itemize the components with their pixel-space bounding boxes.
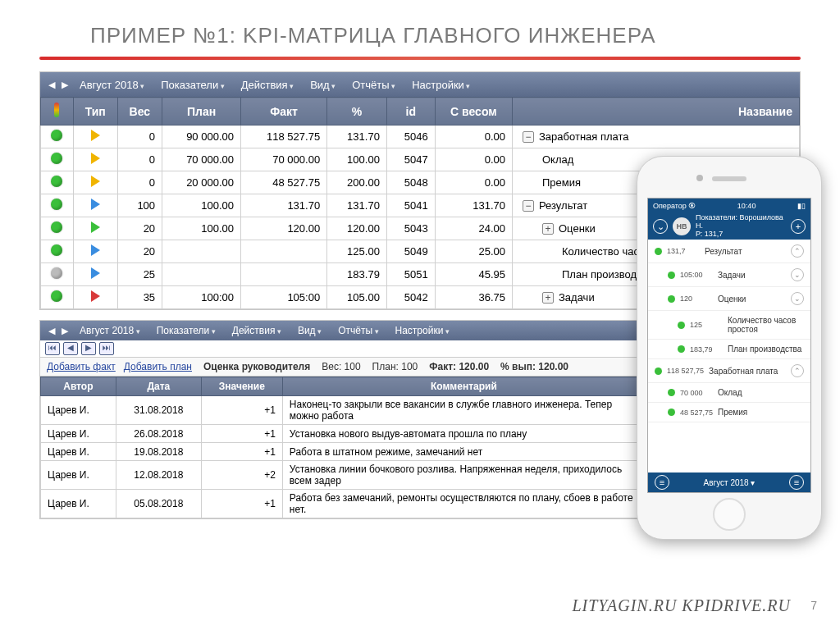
type-icon (91, 176, 100, 187)
menu-indicators[interactable]: Показатели (148, 325, 224, 336)
footer-period[interactable]: Август 2018 (704, 478, 749, 487)
home-button[interactable] (713, 498, 746, 531)
nav-prev-icon[interactable]: ◀ (63, 342, 78, 355)
col-header[interactable]: Тип (73, 98, 117, 126)
status-dot (668, 409, 675, 416)
operator-label: Оператор (653, 202, 687, 210)
nav-last-icon[interactable]: ⏭ (99, 342, 114, 355)
prev-period-button[interactable]: ◀ (45, 80, 58, 90)
list-item[interactable]: 125Количество часов простоя (648, 311, 810, 340)
menu-actions[interactable]: Действия (224, 325, 290, 336)
footer-left-button[interactable]: ≡ (655, 475, 669, 490)
back-button[interactable]: ⌄ (653, 219, 668, 234)
add-button[interactable]: + (791, 219, 806, 234)
status-dot (678, 322, 685, 329)
table-row[interactable]: Царев И.12.08.2018+2Установка линии бочк… (41, 461, 646, 490)
col-header[interactable]: id (386, 98, 435, 126)
detail-title: Оценка руководителя (203, 361, 310, 372)
item-name: Результат (705, 247, 786, 256)
chevron-up-icon[interactable]: ⌃ (791, 244, 804, 258)
pct-label: % вып: (500, 361, 536, 372)
col-header[interactable]: План (162, 98, 241, 126)
next-period-button[interactable]: ▶ (58, 326, 71, 336)
item-value: 183,79 (690, 345, 723, 354)
menu-view[interactable]: Вид (290, 325, 330, 336)
item-name: Оклад (718, 388, 804, 397)
col-header[interactable]: Дата (116, 377, 201, 396)
status-dot (51, 267, 62, 279)
col-header[interactable]: Название (513, 98, 800, 126)
col-header[interactable]: Автор (41, 377, 116, 396)
expand-icon[interactable]: + (542, 292, 554, 304)
menu-reports[interactable]: Отчёты (344, 79, 404, 91)
period-dropdown[interactable]: Август 2018 (71, 325, 148, 336)
phone-statusbar: Оператор ⦿ 10:40 ▮▯ (648, 199, 810, 213)
menu-indicators[interactable]: Показатели (153, 79, 233, 91)
detail-summary: Добавить факт Добавить план Оценка руков… (40, 358, 646, 377)
col-header[interactable]: % (327, 98, 387, 126)
plan-value: 100 (401, 361, 418, 372)
table-row[interactable]: Царев И.26.08.2018+1Установка нового выд… (41, 425, 646, 443)
col-header[interactable]: Факт (240, 98, 326, 126)
add-fact-link[interactable]: Добавить факт (47, 361, 116, 372)
footer-right-button[interactable]: ≡ (789, 475, 804, 490)
table-row[interactable]: 090 000.00118 527.75131.7050460.00−Зараб… (41, 126, 800, 148)
expand-icon[interactable]: − (523, 131, 534, 143)
battery-icon: ▮▯ (797, 202, 806, 210)
expand-icon[interactable]: + (542, 223, 554, 235)
status-dot (668, 295, 675, 303)
app-header-line2: Р: 131,7 (696, 231, 786, 239)
type-icon (91, 267, 100, 279)
col-header[interactable]: Комментарий (282, 377, 645, 396)
next-period-button[interactable]: ▶ (58, 80, 71, 90)
col-header[interactable] (41, 98, 74, 126)
list-item[interactable]: 131,7Результат⌃ (648, 240, 810, 263)
type-icon (91, 244, 100, 256)
status-dot (678, 345, 685, 353)
phone-screen: Оператор ⦿ 10:40 ▮▯ ⌄ НВ Показатели: Вор… (647, 198, 811, 493)
add-plan-link[interactable]: Добавить план (124, 361, 192, 372)
item-name: План производства (728, 345, 804, 354)
item-name: Заработная плата (709, 367, 786, 376)
list-item[interactable]: 105:00Задачи⌄ (648, 263, 810, 287)
menu-reports[interactable]: Отчёты (330, 325, 386, 336)
nav-next-icon[interactable]: ▶ (81, 342, 96, 355)
chevron-down-icon[interactable]: ⌄ (791, 268, 804, 281)
weight-value: 100 (345, 361, 361, 372)
menu-settings[interactable]: Настройки (387, 325, 458, 336)
list-item[interactable]: 48 527,75Премия (648, 403, 810, 422)
menu-settings[interactable]: Настройки (404, 79, 478, 91)
list-item[interactable]: 120Оценки⌄ (648, 287, 810, 311)
type-icon (91, 199, 100, 210)
item-value: 120 (680, 294, 713, 303)
col-header[interactable]: Значение (201, 377, 282, 396)
app-header: ⌄ НВ Показатели: Ворошилова Н. Р: 131,7 … (648, 213, 810, 240)
phone-camera (696, 175, 703, 181)
menu-actions[interactable]: Действия (233, 79, 302, 91)
avatar[interactable]: НВ (673, 217, 691, 235)
expand-icon[interactable]: − (523, 200, 534, 212)
phone-time: 10:40 (737, 202, 756, 210)
fact-label: Факт: (429, 361, 456, 372)
table-row[interactable]: Царев И.19.08.2018+1Работа в штатном реж… (41, 443, 646, 461)
col-header[interactable]: С весом (435, 98, 512, 126)
page-title: ПРИМЕР №1: KPI-МАТРИЦА ГЛАВНОГО ИНЖЕНЕРА (0, 0, 840, 57)
footer-sites: LITYAGIN.RU KPIDRIVE.RU (572, 596, 791, 615)
phone-list[interactable]: 131,7Результат⌃105:00Задачи⌄120Оценки⌄12… (648, 240, 810, 472)
list-item[interactable]: 118 527,75Заработная плата⌃ (648, 359, 810, 383)
list-item[interactable]: 183,79План производства (648, 340, 810, 359)
chevron-up-icon[interactable]: ⌃ (791, 364, 804, 377)
menu-view[interactable]: Вид (302, 79, 344, 91)
item-name: Премия (718, 408, 804, 417)
col-header[interactable]: Вес (117, 98, 162, 126)
nav-first-icon[interactable]: ⏮ (45, 342, 60, 355)
list-item[interactable]: 70 000Оклад (648, 383, 810, 403)
period-dropdown[interactable]: Август 2018 (71, 79, 153, 91)
item-name: Количество часов простоя (728, 316, 804, 334)
chevron-down-icon[interactable]: ⌄ (791, 292, 804, 305)
table-row[interactable]: Царев И.31.08.2018+1Наконец-то закрыли в… (41, 396, 646, 425)
detail-panel: ◀ ▶ Август 2018 Показатели Действия Вид … (39, 320, 646, 519)
table-row[interactable]: Царев И.05.08.2018+1Работа без замечаний… (41, 490, 646, 518)
app-footer: ≡ Август 2018 ▾ ≡ (648, 472, 810, 492)
prev-period-button[interactable]: ◀ (45, 326, 58, 336)
